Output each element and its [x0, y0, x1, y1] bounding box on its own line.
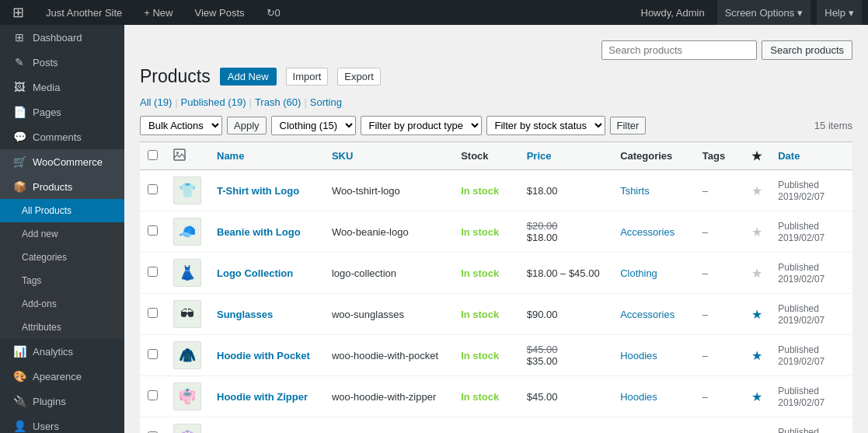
help-button[interactable]: Help ▾ — [817, 0, 862, 25]
sidebar-item-dashboard[interactable]: ⊞ Dashboard — [0, 25, 124, 50]
sidebar-submenu-all-products[interactable]: All Products — [0, 199, 124, 222]
table-header-row: Name SKU Stock Price Categories Tags ★ — [140, 142, 852, 170]
site-name-link[interactable]: Just Another Site — [40, 0, 128, 25]
featured-star-header: ★ — [751, 149, 762, 162]
category-link[interactable]: Hoodies — [620, 391, 657, 403]
screen-options-button[interactable]: Screen Options ▾ — [717, 0, 811, 25]
updates-icon[interactable]: ↻ 0 — [260, 0, 287, 25]
products-icon: 📦 — [12, 180, 26, 193]
product-date: Published2019/02/07 — [770, 294, 852, 335]
product-price: $18.00 — [519, 170, 612, 211]
product-categories: Tshirts — [612, 170, 695, 211]
wp-logo[interactable]: ⊞ — [6, 0, 30, 25]
sidebar-submenu-add-ons[interactable]: Add-ons — [0, 292, 124, 316]
view-posts-link[interactable]: View Posts — [189, 0, 251, 25]
product-stock: In stock — [453, 294, 519, 335]
search-input[interactable] — [601, 40, 757, 60]
th-date[interactable]: Date — [770, 142, 852, 170]
product-tags: – — [695, 294, 744, 335]
search-button[interactable]: Search products — [762, 40, 852, 60]
product-featured: ★ — [744, 253, 770, 294]
th-categories: Categories — [612, 142, 695, 170]
products-table: Name SKU Stock Price Categories Tags ★ — [140, 141, 852, 433]
filled-star-icon[interactable]: ★ — [751, 390, 762, 403]
users-icon: 👤 — [12, 420, 26, 432]
sidebar-item-users[interactable]: 👤 Users — [0, 414, 124, 433]
category-link[interactable]: Hoodies — [620, 350, 657, 361]
export-button[interactable]: Export — [337, 68, 381, 86]
sidebar-submenu-attributes[interactable]: Attributes — [0, 316, 124, 339]
import-button[interactable]: Import — [286, 68, 329, 86]
sidebar-submenu-add-new[interactable]: Add new — [0, 222, 124, 246]
row-checkbox[interactable] — [148, 184, 158, 194]
sidebar-item-comments[interactable]: 💬 Comments — [0, 124, 124, 149]
price-sort-link[interactable]: Price — [527, 150, 552, 162]
sidebar-submenu-categories[interactable]: Categories — [0, 246, 124, 269]
product-stock: In stock — [453, 335, 519, 376]
product-stock: In stock — [453, 211, 519, 253]
th-checkbox — [140, 142, 166, 170]
row-checkbox[interactable] — [148, 267, 158, 277]
product-name-link[interactable]: Beanie with Logo — [217, 226, 301, 238]
stock-status-filter-select[interactable]: Filter by stock status — [486, 116, 605, 135]
category-link[interactable]: Clothing — [620, 267, 657, 279]
table-row: 🧢Beanie with LogoWoo-beanie-logoIn stock… — [140, 211, 852, 253]
filled-star-icon[interactable]: ★ — [751, 308, 762, 321]
product-date: Published2019/02/07 — [770, 417, 852, 434]
empty-star-icon[interactable]: ★ — [751, 225, 762, 239]
product-thumbnail: 👕 — [173, 176, 201, 204]
product-sku: Woo-tshirt-logo — [324, 170, 453, 211]
th-sku[interactable]: SKU — [324, 142, 453, 170]
dashboard-icon: ⊞ — [12, 31, 26, 44]
product-name-link[interactable]: Sunglasses — [217, 309, 273, 320]
subnav-all-link[interactable]: All (19) — [140, 96, 172, 108]
sidebar-item-appearance[interactable]: 🎨 Apearence — [0, 364, 124, 389]
sidebar-item-products[interactable]: 📦 Products — [0, 174, 124, 199]
row-checkbox[interactable] — [148, 308, 158, 318]
product-name-link[interactable]: Hoodie with Pocket — [217, 350, 310, 361]
category-link[interactable]: Accessories — [620, 309, 675, 320]
filled-star-icon[interactable]: ★ — [751, 349, 762, 362]
th-price[interactable]: Price — [519, 142, 612, 170]
category-link[interactable]: Accessories — [620, 226, 675, 238]
items-count: 15 items — [814, 120, 852, 131]
product-price: $20.00$18.00 — [519, 211, 612, 253]
product-type-filter-select[interactable]: Filter by product type — [361, 116, 482, 135]
subnav-published-link[interactable]: Published (19) — [181, 96, 246, 108]
th-stock: Stock — [453, 142, 519, 170]
sidebar-item-posts[interactable]: ✎ Posts — [0, 50, 124, 75]
product-categories: Accessories — [612, 294, 695, 335]
product-sku: logo-collection — [324, 253, 453, 294]
sidebar-item-pages[interactable]: 📄 Pages — [0, 100, 124, 124]
sidebar-item-plugins[interactable]: 🔌 Plugins — [0, 389, 124, 414]
apply-button[interactable]: Apply — [227, 117, 267, 134]
pages-icon: 📄 — [12, 106, 26, 118]
empty-star-icon[interactable]: ★ — [751, 267, 762, 280]
sidebar-submenu-tags[interactable]: Tags — [0, 269, 124, 292]
sku-sort-link[interactable]: SKU — [332, 150, 353, 162]
name-sort-link[interactable]: Name — [217, 150, 244, 162]
product-tags: – — [695, 170, 744, 211]
sidebar-item-woocommerce[interactable]: 🛒 WooCommerce — [0, 149, 124, 174]
clothing-filter-select[interactable]: Clothing (15) — [271, 116, 356, 135]
sidebar-item-media[interactable]: 🖼 Media — [0, 75, 124, 100]
row-checkbox[interactable] — [148, 349, 158, 359]
th-name[interactable]: Name — [209, 142, 324, 170]
subnav-trash-link[interactable]: Trash (60) — [255, 96, 302, 108]
sidebar-item-analytics[interactable]: 📊 Analytics — [0, 339, 124, 364]
row-checkbox[interactable] — [148, 225, 158, 236]
product-name-link[interactable]: Logo Collection — [217, 267, 293, 279]
product-name-link[interactable]: Hoodie with Zipper — [217, 391, 308, 403]
add-new-button[interactable]: Add New — [220, 68, 277, 86]
product-name-link[interactable]: T-Shirt with Logo — [217, 185, 299, 197]
product-categories: Tshirts — [612, 417, 695, 434]
category-link[interactable]: Tshirts — [620, 185, 650, 197]
new-content-link[interactable]: + New — [138, 0, 179, 25]
subnav-sorting-link[interactable]: Sorting — [310, 96, 342, 108]
filter-button[interactable]: Filter — [610, 117, 647, 134]
empty-star-icon[interactable]: ★ — [751, 184, 762, 197]
date-sort-link[interactable]: Date — [778, 150, 800, 162]
select-all-checkbox[interactable] — [148, 150, 158, 160]
row-checkbox[interactable] — [148, 390, 158, 400]
bulk-actions-select[interactable]: Bulk Actions — [140, 116, 222, 135]
